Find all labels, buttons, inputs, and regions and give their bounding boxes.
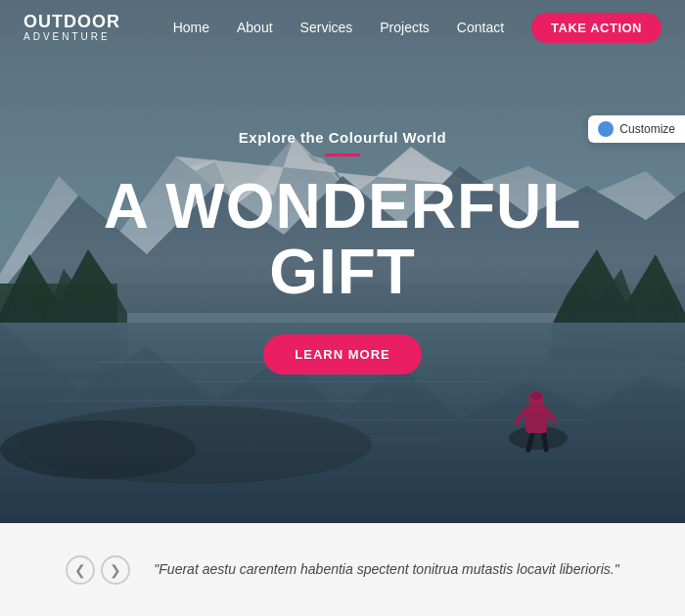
nav-home[interactable]: Home [173,20,209,35]
prev-arrow-button[interactable]: ❮ [66,555,95,585]
nav-about[interactable]: About [237,20,273,35]
navbar: OUTDOOR ADVENTURE Home About Services Pr… [0,0,685,55]
customize-badge[interactable]: Customize [588,115,685,143]
next-arrow-button[interactable]: ❯ [101,555,130,585]
take-action-button[interactable]: TAKE ACTION [531,13,662,43]
quote-arrows: ❮ ❯ [66,555,130,585]
hero-title-line2: GIFT [269,237,416,307]
nav-contact[interactable]: Contact [457,20,504,35]
hero-subtitle: Explore the Colourful World [239,129,446,146]
logo-top: OUTDOOR [23,13,120,32]
nav-projects[interactable]: Projects [380,20,430,35]
hero-title-line1: A WONDERFUL [104,171,582,242]
hero-content: Explore the Colourful World A WONDERFUL … [0,0,685,523]
nav-links: Home About Services Projects Contact TAK… [173,13,662,43]
bottom-section: ❮ ❯ "Fuerat aestu carentem habentia spec… [0,523,685,616]
quote-text: "Fuerat aestu carentem habentia spectent… [154,558,618,580]
logo: OUTDOOR ADVENTURE [23,13,120,43]
nav-services[interactable]: Services [300,20,353,35]
learn-more-button[interactable]: LEARN MORE [263,334,421,374]
customize-label: Customize [619,122,675,136]
globe-icon [598,121,614,137]
logo-bottom: ADVENTURE [23,31,120,42]
hero-title: A WONDERFUL GIFT [104,174,582,305]
hero-section: Explore the Colourful World A WONDERFUL … [0,0,685,523]
hero-divider [325,154,360,156]
